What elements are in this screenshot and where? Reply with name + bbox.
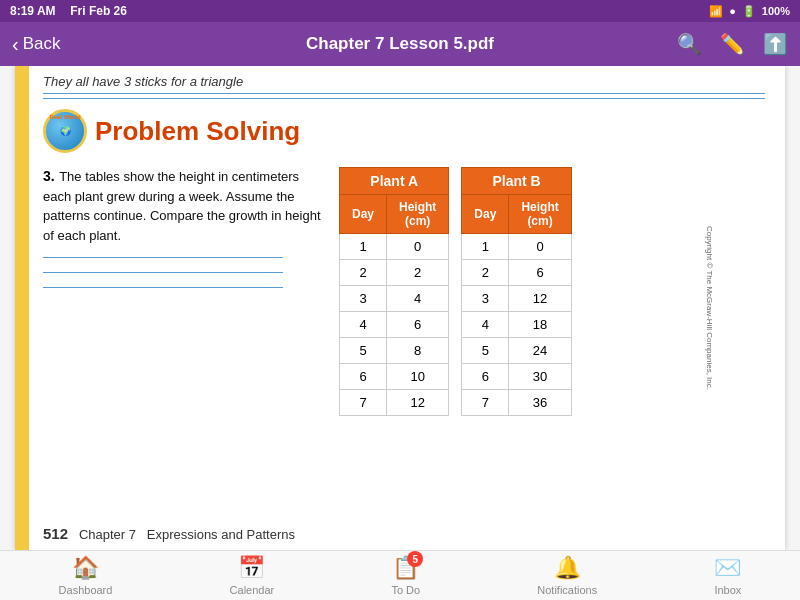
- plant-a-height-header: Height(cm): [387, 195, 449, 234]
- table-row: 736: [462, 390, 571, 416]
- time-display: 8:19 AM: [10, 4, 56, 18]
- day-cell: 5: [340, 338, 387, 364]
- globe-label: Real World: [49, 114, 80, 120]
- table-row: 312: [462, 286, 571, 312]
- search-icon[interactable]: 🔍: [677, 32, 702, 56]
- pdf-page: They all have 3 sticks for a triangle Re…: [15, 66, 785, 550]
- footer-title: Expressions and Patterns: [147, 527, 295, 542]
- table-row: 418: [462, 312, 571, 338]
- footer-chapter: Chapter 7: [79, 527, 136, 542]
- height-cell: 36: [509, 390, 571, 416]
- height-cell: 12: [387, 390, 449, 416]
- day-cell: 3: [340, 286, 387, 312]
- table-row: 630: [462, 364, 571, 390]
- back-label: Back: [23, 34, 61, 54]
- day-cell: 7: [462, 390, 509, 416]
- day-cell: 4: [340, 312, 387, 338]
- table-row: 46: [340, 312, 449, 338]
- height-cell: 0: [387, 234, 449, 260]
- signal-icon: ●: [729, 5, 736, 17]
- height-cell: 4: [387, 286, 449, 312]
- tables-container: Plant A Day Height(cm) 1022344658610712: [339, 167, 572, 416]
- nav-actions: 🔍 ✏️ ⬆️: [677, 32, 788, 56]
- battery-icon: 🔋: [742, 5, 756, 18]
- calendar-icon: 📅: [238, 555, 265, 581]
- content-area: They all have 3 sticks for a triangle Re…: [0, 66, 800, 550]
- dashboard-icon: 🏠: [72, 555, 99, 581]
- cutoff-text-content: They all have 3 sticks for a triangle: [43, 74, 243, 89]
- height-cell: 6: [509, 260, 571, 286]
- table-row: 34: [340, 286, 449, 312]
- day-cell: 3: [462, 286, 509, 312]
- status-bar: 8:19 AM Fri Feb 26 📶 ● 🔋 100%: [0, 0, 800, 22]
- nav-bar: ‹ Back Chapter 7 Lesson 5.pdf 🔍 ✏️ ⬆️: [0, 22, 800, 66]
- table-row: 610: [340, 364, 449, 390]
- table-row: 22: [340, 260, 449, 286]
- plant-b-title: Plant B: [462, 168, 571, 195]
- wifi-icon: 📶: [709, 5, 723, 18]
- tab-inbox[interactable]: ✉️ Inbox: [714, 555, 741, 596]
- day-cell: 5: [462, 338, 509, 364]
- problem-area: 3. The tables show the height in centime…: [43, 167, 765, 416]
- todo-badge: 5: [407, 551, 423, 567]
- height-cell: 10: [387, 364, 449, 390]
- table-row: 26: [462, 260, 571, 286]
- plant-a-day-header: Day: [340, 195, 387, 234]
- answer-line-1: [43, 257, 283, 258]
- separator-line: [43, 98, 765, 99]
- day-cell: 1: [462, 234, 509, 260]
- tab-inbox-label: Inbox: [714, 584, 741, 596]
- plant-b-day-header: Day: [462, 195, 509, 234]
- height-cell: 2: [387, 260, 449, 286]
- height-cell: 8: [387, 338, 449, 364]
- table-row: 712: [340, 390, 449, 416]
- globe-icon: Real World 🌍: [43, 109, 87, 153]
- plant-a-title: Plant A: [340, 168, 449, 195]
- height-cell: 24: [509, 338, 571, 364]
- day-cell: 2: [340, 260, 387, 286]
- plant-a-table: Plant A Day Height(cm) 1022344658610712: [339, 167, 449, 416]
- battery-percent: 100%: [762, 5, 790, 17]
- cutoff-text: They all have 3 sticks for a triangle: [43, 74, 765, 94]
- height-cell: 30: [509, 364, 571, 390]
- tab-bar: 🏠 Dashboard 📅 Calendar 📋 5 To Do 🔔 Notif…: [0, 550, 800, 600]
- answer-lines: [43, 257, 323, 288]
- answer-line-3: [43, 287, 283, 288]
- table-row: 524: [462, 338, 571, 364]
- tab-dashboard-label: Dashboard: [59, 584, 113, 596]
- day-cell: 6: [340, 364, 387, 390]
- status-time: 8:19 AM Fri Feb 26: [10, 4, 127, 18]
- tab-todo[interactable]: 📋 5 To Do: [391, 555, 420, 596]
- tab-calendar-label: Calendar: [230, 584, 275, 596]
- problem-text-block: 3. The tables show the height in centime…: [43, 167, 323, 288]
- day-cell: 7: [340, 390, 387, 416]
- day-cell: 1: [340, 234, 387, 260]
- back-button[interactable]: ‹ Back: [12, 33, 60, 56]
- height-cell: 12: [509, 286, 571, 312]
- tab-calendar[interactable]: 📅 Calendar: [230, 555, 275, 596]
- table-row: 10: [340, 234, 449, 260]
- tab-dashboard[interactable]: 🏠 Dashboard: [59, 555, 113, 596]
- section-header: Real World 🌍 Problem Solving: [43, 109, 765, 153]
- date-display: Fri Feb 26: [70, 4, 127, 18]
- tab-notifications[interactable]: 🔔 Notifications: [537, 555, 597, 596]
- annotate-icon[interactable]: ✏️: [720, 32, 745, 56]
- plant-b-height-header: Height(cm): [509, 195, 571, 234]
- share-icon[interactable]: ⬆️: [763, 32, 788, 56]
- height-cell: 0: [509, 234, 571, 260]
- notifications-icon: 🔔: [554, 555, 581, 581]
- day-cell: 2: [462, 260, 509, 286]
- page-content: They all have 3 sticks for a triangle Re…: [15, 66, 785, 550]
- back-chevron-icon: ‹: [12, 33, 19, 56]
- copyright-text: Copyright © The McGraw-Hill Companies, I…: [704, 226, 713, 390]
- todo-icon-wrap: 📋 5: [392, 555, 419, 581]
- problem-body: The tables show the height in centimeter…: [43, 169, 321, 243]
- status-icons: 📶 ● 🔋 100%: [709, 5, 790, 18]
- page-footer: 512 Chapter 7 Expressions and Patterns: [43, 525, 295, 542]
- answer-line-2: [43, 272, 283, 273]
- inbox-icon: ✉️: [714, 555, 741, 581]
- tab-todo-label: To Do: [391, 584, 420, 596]
- yellow-accent-bar: [15, 66, 29, 550]
- height-cell: 18: [509, 312, 571, 338]
- section-title: Problem Solving: [95, 116, 300, 147]
